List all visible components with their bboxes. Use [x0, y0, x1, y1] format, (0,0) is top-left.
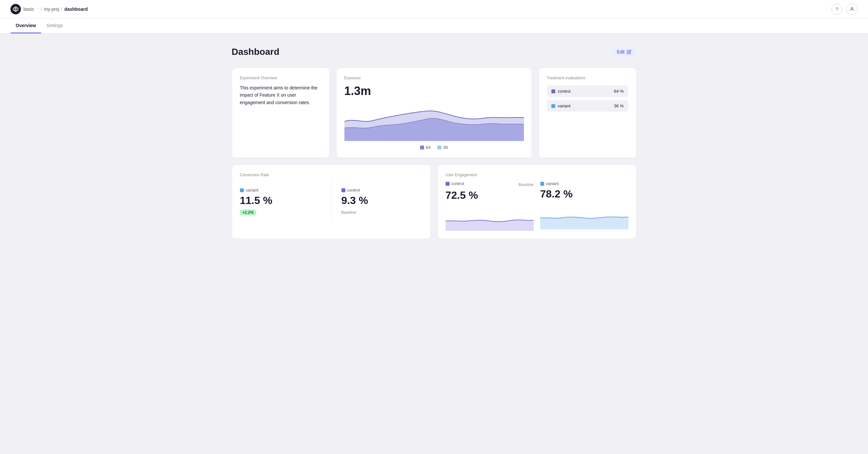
breadcrumb: basic ⌃ / my-proj / dashboard	[24, 6, 88, 12]
treatment-left-control: control	[551, 89, 570, 94]
treatment-evaluations-card: Treatment evaluations control 64 % varia…	[538, 68, 637, 158]
engagement-variant-label-row: variant	[540, 181, 628, 186]
treatment-list: control 64 % variant 36 %	[547, 86, 628, 111]
control-baseline: Baseline	[341, 210, 356, 215]
breadcrumb-sep-2: /	[61, 6, 62, 12]
cards-row-top: Experiment Overview This experiment aims…	[232, 68, 637, 158]
tab-overview[interactable]: Overview	[10, 18, 41, 33]
cards-row-bottom: Conversion Rate variant 11.5 % +2.2% con…	[232, 164, 637, 239]
page-title: Dashboard	[232, 47, 279, 57]
tab-settings[interactable]: Settings	[41, 18, 68, 33]
page-header: Dashboard Edit	[232, 47, 637, 57]
engagement-variant-dot	[540, 182, 544, 186]
control-metric-dot	[341, 188, 345, 192]
treatment-evaluations-label: Treatment evaluations	[547, 76, 628, 80]
engagement-grid: control Baseline 72.5 %	[445, 181, 628, 231]
logo	[10, 4, 21, 14]
header-left: basic ⌃ / my-proj / dashboard	[10, 4, 88, 14]
legend-dot-64	[420, 145, 424, 150]
chevron-icon[interactable]: ⌃	[36, 7, 39, 11]
user-engagement-label: User Engagement	[445, 173, 628, 177]
engagement-control-label-row: control	[445, 181, 464, 186]
legend-item-64: 64	[420, 145, 431, 150]
legend-item-36: 36	[437, 145, 448, 150]
variant-label: variant	[558, 103, 570, 108]
engagement-control-value: 72.5 %	[445, 189, 534, 201]
treatment-item-variant: variant 36 %	[547, 100, 628, 111]
control-pct: 64 %	[614, 89, 624, 94]
legend-label-36: 36	[443, 145, 448, 150]
legend-dot-36	[437, 145, 441, 150]
breadcrumb-org: basic	[24, 6, 34, 12]
user-engagement-card: User Engagement control Baseline 72.5 %	[437, 164, 637, 239]
engagement-control-dot	[445, 182, 450, 186]
conversion-control: control 9.3 % Baseline	[331, 181, 423, 222]
experiment-overview-text: This experiment aims to determine the im…	[240, 84, 321, 106]
variant-dot	[551, 104, 555, 108]
header: basic ⌃ / my-proj / dashboard ?	[0, 0, 868, 18]
conversion-grid: variant 11.5 % +2.2% control 9.3 % Basel…	[240, 181, 423, 222]
conversion-rate-label: Conversion Rate	[240, 173, 423, 177]
breadcrumb-project: my-proj	[44, 6, 59, 12]
conversion-variant: variant 11.5 % +2.2%	[240, 181, 331, 222]
engagement-variant-chart	[540, 203, 628, 229]
conversion-rate-card: Conversion Rate variant 11.5 % +2.2% con…	[232, 164, 431, 239]
experiment-overview-card: Experiment Overview This experiment aims…	[232, 68, 330, 158]
help-button[interactable]: ?	[831, 4, 842, 15]
exposure-legend: 64 36	[344, 145, 524, 150]
variant-badge: +2.2%	[240, 209, 256, 216]
exposure-card: Exposure 1.3m 64	[336, 68, 532, 158]
engagement-control-header: control Baseline	[445, 181, 534, 188]
engagement-control-name: control	[452, 181, 464, 186]
breadcrumb-sep-1: /	[41, 6, 42, 12]
legend-label-64: 64	[426, 145, 431, 150]
control-dot	[551, 90, 555, 93]
header-right: ?	[831, 4, 858, 15]
main-content: Dashboard Edit Experiment Overview This …	[206, 34, 663, 259]
treatment-item-control: control 64 %	[547, 86, 628, 97]
experiment-overview-label: Experiment Overview	[240, 76, 321, 80]
exposure-label: Exposure	[344, 76, 524, 80]
variant-pct: 36 %	[614, 103, 624, 108]
engagement-variant-name: variant	[546, 181, 559, 186]
engagement-control-chart	[445, 205, 534, 231]
variant-metric-dot	[240, 188, 244, 192]
breadcrumb-current: dashboard	[64, 6, 88, 12]
variant-metric-value: 11.5 %	[240, 195, 331, 206]
edit-button[interactable]: Edit	[612, 47, 636, 57]
engagement-control: control Baseline 72.5 %	[445, 181, 534, 231]
engagement-control-baseline: Baseline	[518, 183, 533, 187]
variant-label-row: variant	[240, 188, 331, 193]
svg-point-4	[851, 7, 852, 9]
engagement-variant: variant 78.2 %	[540, 181, 628, 231]
edit-label: Edit	[617, 49, 624, 55]
control-metric-value: 9.3 %	[341, 195, 423, 206]
treatment-left-variant: variant	[551, 103, 570, 108]
nav-tabs: Overview Settings	[0, 18, 868, 34]
engagement-variant-value: 78.2 %	[540, 188, 628, 200]
exposure-value: 1.3m	[344, 84, 524, 98]
exposure-chart	[344, 102, 524, 141]
control-name: control	[347, 188, 360, 193]
user-button[interactable]	[846, 4, 858, 15]
control-label-row: control	[341, 188, 423, 193]
variant-name: variant	[246, 188, 258, 193]
control-label: control	[558, 89, 570, 94]
